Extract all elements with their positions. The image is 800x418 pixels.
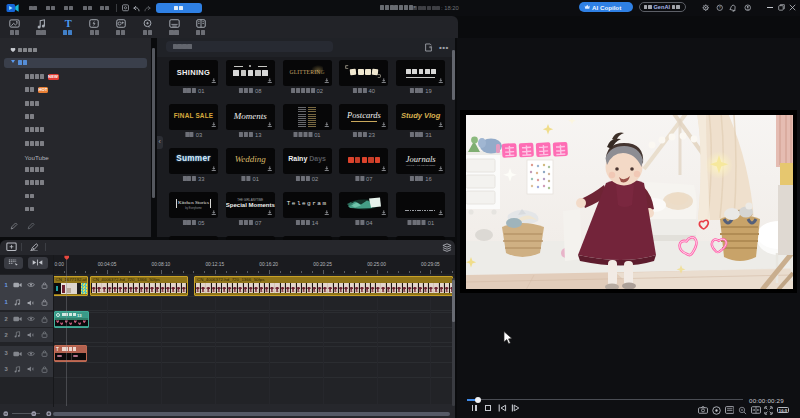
svg-text:?: ? [718, 5, 721, 10]
